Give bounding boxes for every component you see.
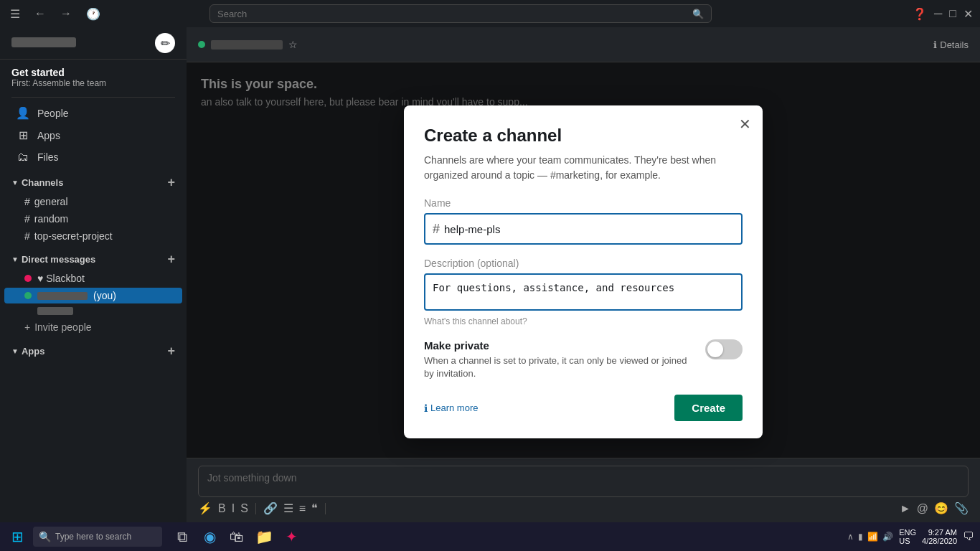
search-bar[interactable]: 🔍 (209, 4, 712, 23)
compose-button[interactable]: ✏ (155, 33, 175, 53)
message-toolbar: ⚡ B I S 🔗 ☰ ≡ ❝ ► @ 😊 📎 (198, 497, 969, 515)
name-label: Name (424, 197, 743, 209)
content-header: ☆ ℹ Details (187, 27, 980, 62)
close-icon[interactable]: ✕ (963, 7, 973, 21)
modal-footer: ℹ Learn more Create (424, 395, 743, 421)
get-started-sub: First: Assemble the team (11, 78, 175, 88)
sidebar: ✏ Get started First: Assemble the team 👤… (0, 27, 187, 522)
lightning-icon[interactable]: ⚡ (198, 501, 212, 515)
toggle-thumb (707, 342, 723, 357)
sidebar-item-people[interactable]: 👤 People (4, 103, 182, 123)
ordered-list-icon[interactable]: ≡ (299, 502, 306, 515)
info-circle-icon: ℹ (424, 402, 428, 414)
dm-slackbot[interactable]: ♥ Slackbot (4, 270, 182, 286)
attachment-icon[interactable]: 📎 (954, 501, 969, 515)
add-app-button[interactable]: + (167, 344, 175, 359)
you-name-blur (37, 292, 88, 300)
help-icon[interactable]: ❓ (913, 7, 927, 21)
modal-title: Create a channel (424, 126, 743, 146)
dm-section-header[interactable]: ▼ Direct messages + (4, 248, 182, 270)
list-icon[interactable]: ☰ (283, 501, 293, 515)
at-icon[interactable]: @ (917, 502, 928, 515)
taskbar-task-view[interactable]: ⧉ (171, 525, 194, 548)
workspace-name (11, 37, 148, 50)
bold-icon[interactable]: B (218, 502, 226, 515)
taskbar-right: ∧ ▮ 📶 🔊 ENGUS 9:27 AM 4/28/2020 🗨 (847, 528, 974, 545)
toolbar-separator (255, 503, 256, 514)
add-channel-button[interactable]: + (167, 175, 175, 190)
system-clock[interactable]: 9:27 AM 4/28/2020 (922, 528, 957, 545)
taskbar: ⊞ 🔍 Type here to search ⧉ ◉ 🛍 📁 ✦ ∧ ▮ 📶 … (0, 522, 980, 551)
start-button[interactable]: ⊞ (6, 525, 29, 548)
network-icon: 📶 (867, 532, 878, 542)
info-icon: ℹ (933, 39, 937, 50)
apps-section-chevron-icon: ▼ (11, 347, 19, 355)
notification-icon[interactable]: 🗨 (963, 530, 974, 543)
channel-top-secret[interactable]: # top-secret-project (4, 228, 182, 244)
c-name-blur (37, 307, 73, 315)
create-button[interactable]: Create (674, 395, 743, 421)
modal-description: Channels are where your team communicate… (424, 153, 743, 183)
you-status-dot (24, 292, 32, 299)
taskbar-search[interactable]: 🔍 Type here to search (33, 527, 162, 547)
taskbar-explorer[interactable]: 📁 (253, 525, 275, 548)
forward-button[interactable]: → (55, 4, 77, 24)
channel-general[interactable]: # general (4, 194, 182, 209)
details-button[interactable]: ℹ Details (933, 39, 969, 50)
channel-name-input[interactable] (444, 223, 734, 235)
dm-chevron-icon: ▼ (11, 255, 19, 263)
channel-hash-icon: # (24, 196, 30, 207)
italic-icon[interactable]: I (232, 502, 235, 515)
minimize-icon[interactable]: ─ (934, 7, 942, 20)
channel-hash-icon: # (24, 213, 30, 225)
top-bar-right: ❓ ─ □ ✕ (913, 7, 973, 21)
cortana-icon: 🔍 (39, 531, 51, 542)
quote-icon[interactable]: ❝ (311, 501, 318, 515)
channel-random[interactable]: # random (4, 211, 182, 227)
private-toggle[interactable] (705, 339, 743, 359)
taskbar-slack[interactable]: ✦ (280, 525, 303, 548)
modal-overlay: ✕ Create a channel Channels are where yo… (187, 62, 980, 458)
taskbar-edge[interactable]: ◉ (198, 525, 221, 548)
modal-close-button[interactable]: ✕ (739, 117, 751, 131)
dm-you[interactable]: (you) (4, 288, 182, 303)
make-private-description: When a channel is set to private, it can… (424, 354, 697, 380)
description-label: Description (optional) (424, 258, 743, 269)
add-dm-button[interactable]: + (167, 252, 175, 267)
content-body: ✕ Create a channel Channels are where yo… (187, 62, 980, 458)
link-icon[interactable]: 🔗 (263, 501, 278, 515)
message-placeholder: Jot something down (207, 472, 297, 484)
strikethrough-icon[interactable]: S (240, 502, 248, 515)
history-button[interactable]: 🕐 (80, 4, 106, 24)
maximize-icon[interactable]: □ (949, 7, 956, 20)
channel-description-input[interactable]: For questions, assistance, and resources (424, 273, 743, 311)
hamburger-menu-icon[interactable]: ☰ (7, 4, 23, 24)
taskbar-store[interactable]: 🛍 (225, 525, 248, 548)
slackbot-label: ♥ Slackbot (37, 273, 85, 284)
apps-label: Apps (37, 130, 60, 141)
send-icon[interactable]: ► (900, 502, 911, 515)
search-input[interactable] (217, 9, 692, 19)
dm-c[interactable] (4, 305, 182, 317)
tray-arrow-icon[interactable]: ∧ (847, 532, 854, 542)
invite-people-button[interactable]: + Invite people (4, 319, 182, 336)
windows-icon: ⊞ (11, 528, 24, 545)
make-private-title: Make private (424, 339, 697, 352)
learn-more-link[interactable]: ℹ Learn more (424, 402, 478, 414)
sidebar-item-files[interactable]: 🗂 Files (4, 147, 182, 167)
toolbar-separator-2 (325, 503, 326, 514)
invite-people-label: Invite people (34, 321, 91, 333)
emoji-icon[interactable]: 😊 (934, 501, 948, 515)
message-input[interactable]: Jot something down (198, 466, 969, 497)
search-icon: 🔍 (692, 9, 704, 19)
make-private-text: Make private When a channel is set to pr… (424, 339, 697, 380)
star-icon[interactable]: ☆ (288, 39, 298, 50)
sidebar-item-apps[interactable]: ⊞ Apps (4, 125, 182, 146)
back-button[interactable]: ← (29, 4, 52, 24)
nav-buttons: ← → 🕐 (29, 4, 106, 24)
taskbar-apps: ⧉ ◉ 🛍 📁 ✦ (171, 525, 303, 548)
channel-hash-icon: # (24, 230, 30, 242)
workspace-name-blur (11, 37, 76, 47)
channels-section-header[interactable]: ▼ Channels + (4, 171, 182, 193)
apps-section-header[interactable]: ▼ Apps + (4, 339, 182, 362)
